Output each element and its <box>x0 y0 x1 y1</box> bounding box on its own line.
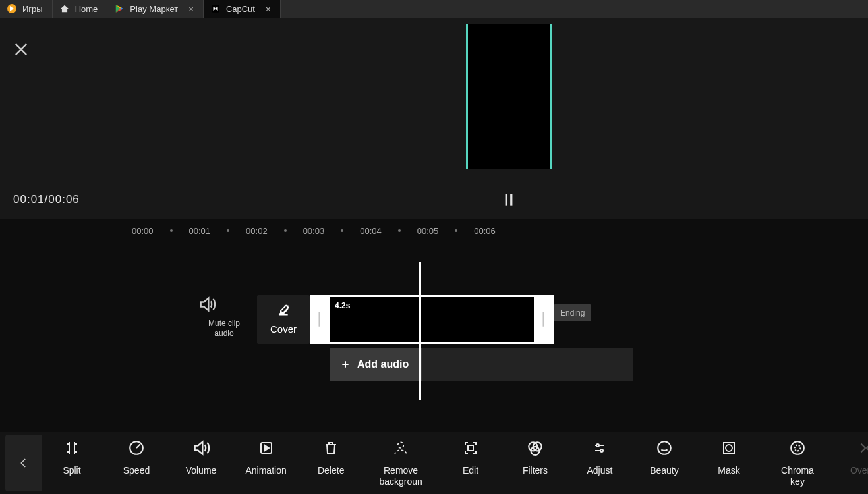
bottom-toolbar: Split Speed Volume Animation Delete <box>0 432 868 494</box>
tool-delete[interactable]: Delete <box>314 439 347 476</box>
google-play-icon <box>114 3 125 14</box>
audio-track: Add audio <box>330 348 633 381</box>
ruler-tick: 00:02 <box>246 226 268 236</box>
tool-chroma-key[interactable]: Chroma key <box>777 439 818 487</box>
tab-home[interactable]: Home <box>53 0 108 18</box>
svg-rect-1 <box>212 5 219 13</box>
tab-play-market[interactable]: Play Маркет × <box>107 0 204 18</box>
tool-volume[interactable]: Volume <box>185 439 217 476</box>
ending-tag[interactable]: Ending <box>554 304 591 321</box>
tool-split[interactable]: Split <box>55 439 88 476</box>
clip-handle-right[interactable]: │ <box>534 295 554 344</box>
tab-label: Home <box>75 4 98 14</box>
ldplayer-logo-icon <box>7 3 17 14</box>
tool-mask[interactable]: Mask <box>712 439 745 476</box>
close-tab-icon[interactable]: × <box>188 4 194 14</box>
tool-edit[interactable]: Edit <box>454 439 487 476</box>
mute-clip-label: Mute clip <box>208 319 240 328</box>
tool-speed[interactable]: Speed <box>120 439 153 476</box>
svg-point-22 <box>791 441 804 454</box>
tool-beauty[interactable]: Beauty <box>648 439 681 476</box>
toolbar-back-button[interactable] <box>5 435 42 491</box>
cover-button[interactable]: Cover <box>257 295 310 344</box>
window-controls <box>863 0 868 18</box>
add-audio-label: Add audio <box>357 358 409 370</box>
clip-handle-left[interactable]: │ <box>310 295 330 344</box>
ruler-tick: 00:05 <box>417 226 439 236</box>
tab-games[interactable]: Игры <box>0 0 53 18</box>
emulator-tabbar: Игры Home Play Маркет × CapCut <box>0 0 868 18</box>
svg-point-17 <box>596 444 599 447</box>
tool-filters[interactable]: Filters <box>519 439 552 476</box>
mute-clip-audio-button[interactable]: Mute clipaudio <box>198 295 250 339</box>
svg-point-19 <box>658 441 671 454</box>
svg-point-23 <box>795 445 801 451</box>
tab-label: Игры <box>22 4 43 14</box>
tool-adjust[interactable]: Adjust <box>583 439 616 476</box>
clip-duration: 4.2s <box>335 301 350 310</box>
svg-rect-7 <box>510 194 512 205</box>
capcut-logo-icon <box>210 3 221 14</box>
svg-rect-13 <box>468 445 473 451</box>
svg-point-12 <box>398 442 404 448</box>
video-clip[interactable]: │ 4.2s │ <box>310 295 554 344</box>
close-editor-button[interactable] <box>12 40 30 59</box>
tab-label: Play Маркет <box>130 4 178 14</box>
pause-button[interactable] <box>500 191 517 208</box>
timeline-playhead[interactable] <box>419 262 421 400</box>
tool-overlay: Overlay <box>850 439 868 476</box>
ruler-tick: 00:03 <box>303 226 325 236</box>
ruler-tick: 00:01 <box>189 226 211 236</box>
video-preview[interactable] <box>466 24 552 169</box>
add-audio-button[interactable]: Add audio <box>330 348 422 381</box>
close-tab-icon[interactable]: × <box>266 4 271 14</box>
timeline-ruler[interactable]: 00:00 00:01 00:02 00:03 00:04 00:05 00:0… <box>0 219 868 242</box>
tool-animation[interactable]: Animation <box>249 439 283 476</box>
time-counter: 00:01/00:06 <box>13 193 80 206</box>
svg-rect-6 <box>505 194 507 205</box>
cover-label: Cover <box>270 323 297 335</box>
tab-capcut[interactable]: CapCut × <box>204 0 281 18</box>
ruler-tick: 00:00 <box>132 226 154 236</box>
svg-point-21 <box>726 445 732 451</box>
svg-point-18 <box>600 449 603 452</box>
ruler-tick: 00:04 <box>360 226 382 236</box>
ruler-tick: 00:06 <box>474 226 496 236</box>
home-icon <box>59 3 70 14</box>
tool-remove-background[interactable]: Remove backgroun <box>379 439 422 487</box>
tab-label: CapCut <box>226 4 255 14</box>
